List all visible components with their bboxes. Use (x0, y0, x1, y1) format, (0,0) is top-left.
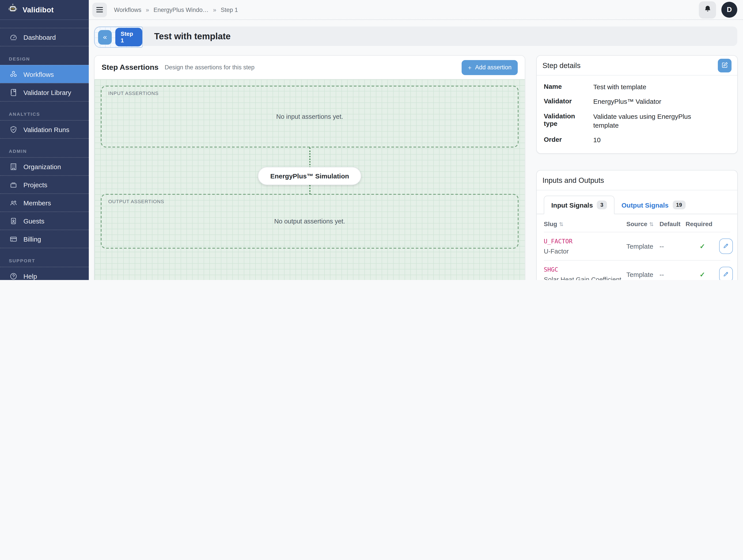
detail-row-name: Name Test with template (544, 83, 730, 92)
avatar[interactable]: D (722, 2, 737, 18)
detail-value: EnergyPlus™ Validator (593, 97, 698, 106)
section-title-admin: ADMIN (0, 145, 89, 157)
column-header-source[interactable]: Source⇅ (626, 221, 659, 228)
step-details-header: Step details (537, 56, 737, 76)
detail-value: Validate values using EnergyPlus templat… (593, 112, 698, 130)
sidebar-nav: Dashboard DESIGN Workflows (0, 28, 89, 280)
pencil-icon (723, 242, 729, 250)
detail-label: Name (544, 83, 586, 90)
sidebar-item-label: Validation Runs (24, 126, 69, 133)
detail-label: Order (544, 136, 586, 143)
sort-icon: ⇅ (559, 222, 563, 228)
detail-row-validator: Validator EnergyPlus™ Validator (544, 97, 730, 106)
sidebar-item-label: Billing (24, 235, 41, 243)
users-icon (9, 198, 18, 207)
assertions-canvas[interactable]: INPUT ASSERTIONS No input assertions yet… (94, 79, 525, 280)
table-row: U_FACTOR U-Factor Template -- ✓ (544, 232, 730, 260)
input-assertions-label: INPUT ASSERTIONS (108, 91, 159, 96)
edit-signal-button[interactable] (719, 239, 733, 254)
breadcrumb-separator: » (146, 6, 149, 13)
column-header-slug[interactable]: Slug⇅ (544, 221, 626, 228)
signal-slug: U_FACTOR (544, 238, 626, 245)
step-assertions-panel: Step Assertions Design the assertions fo… (94, 55, 525, 280)
collapse-steps-button[interactable]: « (98, 30, 112, 44)
page-header: « Step 1 Test with template (94, 27, 737, 46)
breadcrumb-workflows[interactable]: Workflows (114, 6, 141, 13)
edit-signal-button[interactable] (719, 267, 733, 280)
right-panel: Step details Name Test with template (536, 55, 738, 280)
simulation-node[interactable]: EnergyPlus™ Simulation (258, 167, 361, 185)
building-icon (9, 162, 18, 171)
tab-output-signals[interactable]: Output Signals 19 (614, 196, 693, 214)
section-title-support: SUPPORT (0, 254, 89, 267)
id-badge-icon (9, 217, 18, 225)
credit-card-icon (9, 235, 18, 243)
signal-default: -- (659, 271, 686, 278)
detail-row-order: Order 10 (544, 136, 730, 145)
sidebar-item-guests[interactable]: Guests (0, 212, 89, 230)
step-details-body: Name Test with template Validator Energy… (537, 76, 737, 153)
topbar: Workflows » EnergyPlus Windo… » Step 1 D (89, 0, 743, 20)
input-signals-count: 3 (597, 201, 607, 209)
sidebar-item-label: Dashboard (24, 33, 56, 41)
notifications-button[interactable] (699, 1, 716, 18)
brand[interactable]: Validibot (0, 0, 89, 20)
signals-table-header: Slug⇅ Source⇅ Default Required (544, 215, 730, 232)
sidebar-item-members[interactable]: Members (0, 193, 89, 212)
sidebar-item-label: Workflows (24, 71, 54, 78)
menu-toggle-button[interactable] (92, 2, 107, 17)
breadcrumb-step: Step 1 (221, 6, 238, 13)
input-assertions-empty-text: No input assertions yet. (276, 113, 343, 120)
signal-slug: SHGC (544, 266, 626, 273)
signal-name: Solar Heat Gain Coefficient (544, 276, 626, 280)
step-assertions-subtitle: Design the assertions for this step (165, 64, 255, 71)
sidebar-item-organization[interactable]: Organization (0, 157, 89, 175)
edit-step-button[interactable] (718, 58, 732, 72)
signal-name: U-Factor (544, 248, 626, 255)
sidebar-item-dashboard[interactable]: Dashboard (0, 28, 89, 46)
add-assertion-button[interactable]: + Add assertion (462, 60, 518, 75)
page-title: Test with template (149, 27, 230, 46)
step-assertions-title: Step Assertions (101, 63, 159, 72)
tab-input-signals[interactable]: Input Signals 3 (544, 196, 614, 215)
step-badge[interactable]: Step 1 (115, 28, 142, 46)
detail-value: 10 (593, 136, 698, 145)
signals-table: Slug⇅ Source⇅ Default Required U_FACTOR … (537, 215, 737, 280)
robot-logo-icon (7, 3, 18, 16)
output-assertions-label: OUTPUT ASSERTIONS (108, 199, 164, 204)
section-title-analytics: ANALYTICS (0, 108, 89, 120)
sidebar-item-validation-runs[interactable]: Validation Runs (0, 120, 89, 138)
book-bookmark-icon (9, 88, 18, 97)
cubes-icon (9, 70, 18, 79)
step-details-title: Step details (542, 61, 580, 69)
app-root: Validibot Dashboard DESIGN (0, 0, 743, 280)
output-assertions-empty-text: No output assertions yet. (274, 218, 345, 225)
inputs-outputs-header: Inputs and Outputs (537, 171, 737, 191)
brand-name: Validibot (23, 5, 54, 14)
detail-label: Validation type (544, 112, 586, 127)
breadcrumb-workflow-name[interactable]: EnergyPlus Windo… (154, 6, 209, 13)
inputs-outputs-card: Inputs and Outputs Input Signals 3 Outpu… (536, 170, 738, 280)
chevrons-left-icon: « (103, 33, 107, 41)
output-assertions-dropzone[interactable]: OUTPUT ASSERTIONS No output assertions y… (101, 194, 519, 249)
detail-label: Validator (544, 97, 586, 105)
add-assertion-label: Add assertion (475, 64, 512, 71)
sidebar: Validibot Dashboard DESIGN (0, 0, 89, 280)
sidebar-item-workflows[interactable]: Workflows (0, 65, 89, 83)
bell-icon (703, 5, 711, 14)
signal-default: -- (659, 243, 686, 250)
shield-check-icon (9, 125, 18, 134)
sidebar-item-label: Organization (24, 163, 61, 170)
input-assertions-dropzone[interactable]: INPUT ASSERTIONS No input assertions yet… (101, 86, 519, 147)
table-row: SHGC Solar Heat Gain Coefficient Templat… (544, 260, 730, 280)
sidebar-item-billing[interactable]: Billing (0, 230, 89, 248)
question-circle-icon (9, 272, 18, 280)
detail-row-validation-type: Validation type Validate values using En… (544, 112, 730, 130)
sidebar-item-help[interactable]: Help (0, 267, 89, 280)
column-header-required: Required (686, 221, 719, 228)
output-signals-count: 19 (672, 201, 686, 209)
sidebar-item-validator-library[interactable]: Validator Library (0, 83, 89, 101)
sidebar-item-projects[interactable]: Projects (0, 175, 89, 193)
avatar-initial: D (727, 6, 732, 14)
step-selector: « Step 1 (94, 27, 143, 48)
